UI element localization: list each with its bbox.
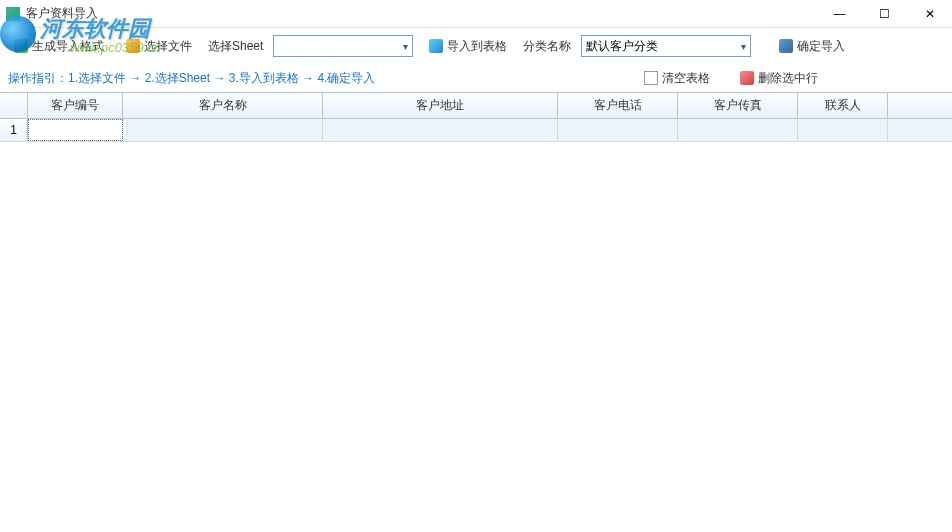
confirm-import-label: 确定导入: [797, 38, 845, 55]
cell-contact[interactable]: [798, 119, 888, 141]
operation-hint: 操作指引：1.选择文件 → 2.选择Sheet → 3.导入到表格 → 4.确定…: [8, 70, 375, 87]
col-header-contact[interactable]: 联系人: [798, 93, 888, 118]
col-header-id[interactable]: 客户编号: [28, 93, 123, 118]
window-controls: — ☐ ✕: [817, 0, 952, 28]
choose-file-label: 选择文件: [144, 38, 192, 55]
data-grid[interactable]: 客户编号 客户名称 客户地址 客户电话 客户传真 联系人 1: [0, 92, 952, 142]
folder-icon: [126, 39, 140, 53]
chevron-down-icon: ▾: [403, 41, 408, 52]
hint-arrow1: →: [126, 71, 145, 85]
hint-step3: 3.导入到表格: [229, 71, 299, 85]
choose-file-button[interactable]: 选择文件: [120, 35, 198, 58]
confirm-import-button[interactable]: 确定导入: [773, 35, 851, 58]
hint-arrow3: →: [299, 71, 318, 85]
minimize-button[interactable]: —: [817, 0, 862, 28]
row-header-corner: [0, 93, 28, 118]
col-header-name[interactable]: 客户名称: [123, 93, 323, 118]
generate-format-label: 生成导入格式: [32, 38, 104, 55]
hint-step4: 4.确定导入: [317, 71, 375, 85]
row-number[interactable]: 1: [0, 119, 28, 141]
cell-addr[interactable]: [323, 119, 558, 141]
col-header-fax[interactable]: 客户传真: [678, 93, 798, 118]
page-icon: [644, 71, 658, 85]
close-button[interactable]: ✕: [907, 0, 952, 28]
import-to-grid-label: 导入到表格: [447, 38, 507, 55]
hint-arrow2: →: [210, 71, 229, 85]
generate-format-button[interactable]: 生成导入格式: [8, 35, 110, 58]
cell-phone[interactable]: [558, 119, 678, 141]
import-icon: [429, 39, 443, 53]
clear-grid-button[interactable]: 清空表格: [638, 67, 716, 90]
delete-row-label: 删除选中行: [758, 70, 818, 87]
col-header-phone[interactable]: 客户电话: [558, 93, 678, 118]
import-to-grid-button[interactable]: 导入到表格: [423, 35, 513, 58]
choose-sheet-label: 选择Sheet: [208, 38, 263, 55]
chevron-down-icon: ▾: [741, 41, 746, 52]
hint-prefix: 操作指引：: [8, 71, 68, 85]
category-value: 默认客户分类: [586, 38, 658, 55]
app-icon: [6, 7, 20, 21]
toolbar: 生成导入格式 选择文件 选择Sheet ▾ 导入到表格 分类名称 默认客户分类 …: [0, 28, 952, 64]
hint-step2: 2.选择Sheet: [145, 71, 210, 85]
hintbar: 操作指引：1.选择文件 → 2.选择Sheet → 3.导入到表格 → 4.确定…: [0, 64, 952, 92]
window-title: 客户资料导入: [26, 5, 817, 22]
cell-id[interactable]: [28, 119, 123, 141]
sheet-combobox[interactable]: ▾: [273, 35, 413, 57]
grid-header: 客户编号 客户名称 客户地址 客户电话 客户传真 联系人: [0, 93, 952, 119]
cell-name[interactable]: [123, 119, 323, 141]
generate-icon: [14, 39, 28, 53]
save-icon: [779, 39, 793, 53]
category-combobox[interactable]: 默认客户分类 ▾: [581, 35, 751, 57]
table-row[interactable]: 1: [0, 119, 952, 142]
clear-grid-label: 清空表格: [662, 70, 710, 87]
titlebar: 客户资料导入 — ☐ ✕: [0, 0, 952, 28]
delete-icon: [740, 71, 754, 85]
category-label: 分类名称: [523, 38, 571, 55]
cell-fax[interactable]: [678, 119, 798, 141]
hint-step1: 1.选择文件: [68, 71, 126, 85]
delete-row-button[interactable]: 删除选中行: [734, 67, 824, 90]
col-header-addr[interactable]: 客户地址: [323, 93, 558, 118]
hint-actions: 清空表格 删除选中行: [638, 67, 824, 90]
maximize-button[interactable]: ☐: [862, 0, 907, 28]
